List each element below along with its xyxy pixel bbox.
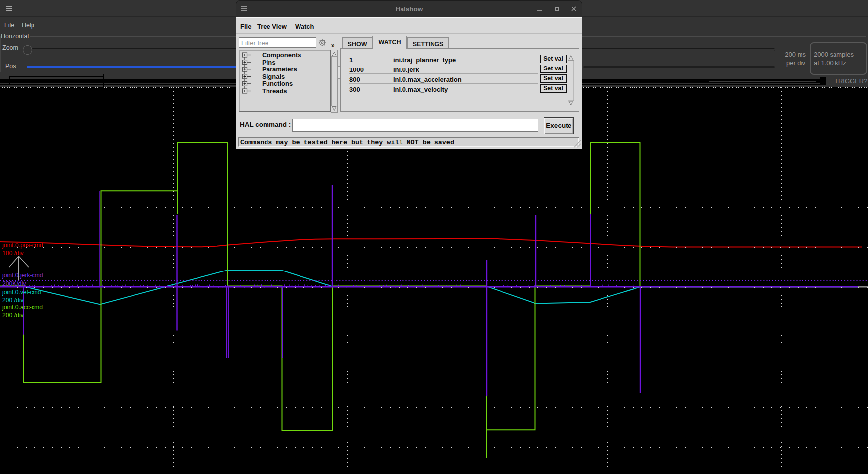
svg-text:Signals: Signals — [262, 73, 285, 80]
svg-text:joint.0.pos-cmd: joint.0.pos-cmd — [2, 242, 43, 249]
svg-text:joint.0.acc-cmd: joint.0.acc-cmd — [2, 304, 43, 311]
svg-text:200K/div: 200K/div — [2, 280, 26, 287]
svg-text:joint.0.jerk-cmd: joint.0.jerk-cmd — [2, 272, 43, 279]
svg-text:Functions: Functions — [262, 80, 293, 87]
svg-text:Components: Components — [262, 51, 301, 59]
svg-text:100 /div: 100 /div — [2, 250, 24, 257]
svg-text:200 /div: 200 /div — [2, 297, 24, 304]
svg-text:joint.0.vel-cmd: joint.0.vel-cmd — [2, 289, 41, 296]
svg-text:200 /div: 200 /div — [2, 312, 24, 319]
svg-text:Parameters: Parameters — [262, 66, 297, 73]
svg-text:Threads: Threads — [262, 87, 287, 95]
svg-text:Pins: Pins — [262, 59, 275, 66]
